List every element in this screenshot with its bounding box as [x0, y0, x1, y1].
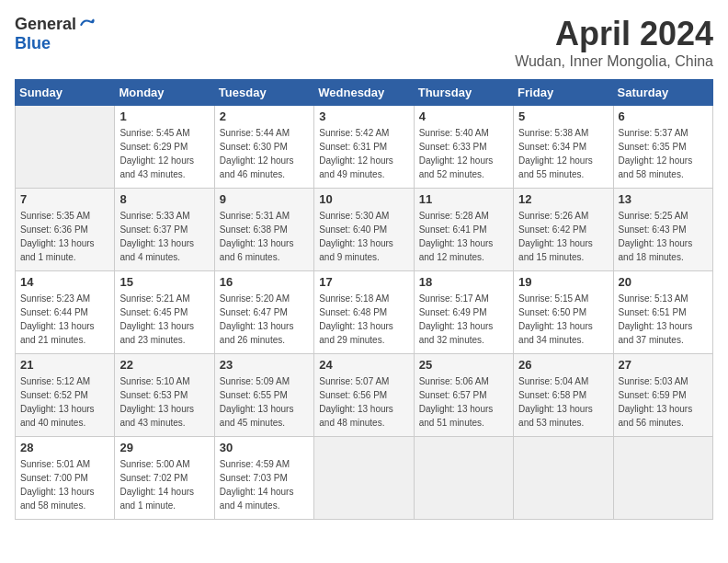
calendar-cell: 14Sunrise: 5:23 AM Sunset: 6:44 PM Dayli…	[16, 271, 115, 354]
day-info: Sunrise: 5:00 AM Sunset: 7:02 PM Dayligh…	[119, 457, 209, 512]
calendar-week-row: 14Sunrise: 5:23 AM Sunset: 6:44 PM Dayli…	[16, 271, 713, 354]
calendar-cell: 8Sunrise: 5:33 AM Sunset: 6:37 PM Daylig…	[115, 189, 214, 271]
calendar-cell: 23Sunrise: 5:09 AM Sunset: 6:55 PM Dayli…	[214, 354, 313, 437]
day-info: Sunrise: 5:18 AM Sunset: 6:48 PM Dayligh…	[319, 292, 408, 347]
day-number: 15	[119, 275, 209, 289]
day-number: 6	[619, 109, 708, 123]
calendar-cell: 7Sunrise: 5:35 AM Sunset: 6:36 PM Daylig…	[16, 189, 115, 271]
day-number: 28	[20, 441, 109, 454]
day-info: Sunrise: 5:09 AM Sunset: 6:55 PM Dayligh…	[220, 374, 309, 430]
day-number: 21	[20, 358, 109, 372]
day-number: 17	[319, 275, 408, 289]
day-number: 5	[518, 109, 608, 123]
calendar-cell: 26Sunrise: 5:04 AM Sunset: 6:58 PM Dayli…	[514, 354, 613, 437]
location-title: Wudan, Inner Mongolia, China	[515, 53, 713, 70]
day-number: 4	[419, 109, 508, 123]
day-number: 27	[619, 358, 708, 372]
day-number: 25	[419, 358, 508, 372]
calendar-cell: 22Sunrise: 5:10 AM Sunset: 6:53 PM Dayli…	[115, 354, 214, 437]
day-number: 19	[518, 275, 608, 289]
calendar-cell: 25Sunrise: 5:06 AM Sunset: 6:57 PM Dayli…	[414, 354, 513, 437]
column-header-monday: Monday	[115, 80, 214, 106]
column-header-friday: Friday	[514, 80, 613, 106]
title-area: April 2024 Wudan, Inner Mongolia, China	[515, 15, 713, 70]
day-info: Sunrise: 5:35 AM Sunset: 6:36 PM Dayligh…	[20, 209, 109, 264]
day-number: 8	[119, 192, 209, 206]
day-info: Sunrise: 5:30 AM Sunset: 6:40 PM Dayligh…	[319, 209, 408, 264]
calendar-cell: 18Sunrise: 5:17 AM Sunset: 6:49 PM Dayli…	[414, 271, 513, 354]
day-number: 9	[220, 192, 309, 206]
calendar-cell: 11Sunrise: 5:28 AM Sunset: 6:41 PM Dayli…	[414, 189, 513, 271]
calendar-cell: 16Sunrise: 5:20 AM Sunset: 6:47 PM Dayli…	[214, 271, 313, 354]
day-info: Sunrise: 5:17 AM Sunset: 6:49 PM Dayligh…	[419, 292, 508, 347]
day-info: Sunrise: 5:28 AM Sunset: 6:41 PM Dayligh…	[419, 209, 508, 264]
day-info: Sunrise: 5:31 AM Sunset: 6:38 PM Dayligh…	[220, 209, 309, 264]
day-number: 7	[20, 192, 109, 206]
calendar-cell: 5Sunrise: 5:38 AM Sunset: 6:34 PM Daylig…	[514, 106, 613, 189]
day-info: Sunrise: 5:23 AM Sunset: 6:44 PM Dayligh…	[20, 292, 109, 347]
calendar-cell: 24Sunrise: 5:07 AM Sunset: 6:56 PM Dayli…	[314, 354, 414, 437]
calendar-cell	[613, 437, 712, 520]
day-info: Sunrise: 5:01 AM Sunset: 7:00 PM Dayligh…	[20, 457, 109, 512]
day-number: 3	[319, 109, 408, 123]
day-info: Sunrise: 5:20 AM Sunset: 6:47 PM Dayligh…	[220, 292, 309, 347]
page-header: General Blue April 2024 Wudan, Inner Mon…	[15, 15, 713, 70]
logo-general-text: General	[15, 15, 76, 34]
day-info: Sunrise: 5:44 AM Sunset: 6:30 PM Dayligh…	[220, 126, 309, 181]
logo-blue-text: Blue	[15, 34, 51, 53]
calendar-week-row: 21Sunrise: 5:12 AM Sunset: 6:52 PM Dayli…	[16, 354, 713, 437]
day-number: 29	[119, 441, 209, 454]
day-number: 18	[419, 275, 508, 289]
day-number: 20	[619, 275, 708, 289]
day-info: Sunrise: 5:07 AM Sunset: 6:56 PM Dayligh…	[319, 374, 408, 430]
day-number: 12	[518, 192, 608, 206]
column-header-thursday: Thursday	[414, 80, 513, 106]
day-number: 13	[619, 192, 708, 206]
column-header-sunday: Sunday	[16, 80, 115, 106]
day-info: Sunrise: 5:26 AM Sunset: 6:42 PM Dayligh…	[518, 209, 608, 264]
day-number: 24	[319, 358, 408, 372]
calendar-cell: 12Sunrise: 5:26 AM Sunset: 6:42 PM Dayli…	[514, 189, 613, 271]
month-title: April 2024	[515, 15, 713, 53]
calendar-cell: 28Sunrise: 5:01 AM Sunset: 7:00 PM Dayli…	[16, 437, 115, 520]
calendar-cell: 21Sunrise: 5:12 AM Sunset: 6:52 PM Dayli…	[16, 354, 115, 437]
calendar-cell: 9Sunrise: 5:31 AM Sunset: 6:38 PM Daylig…	[214, 189, 313, 271]
day-info: Sunrise: 5:15 AM Sunset: 6:50 PM Dayligh…	[518, 292, 608, 347]
day-info: Sunrise: 5:12 AM Sunset: 6:52 PM Dayligh…	[20, 374, 109, 430]
day-info: Sunrise: 5:10 AM Sunset: 6:53 PM Dayligh…	[119, 374, 209, 430]
day-info: Sunrise: 5:04 AM Sunset: 6:58 PM Dayligh…	[518, 374, 608, 430]
column-header-wednesday: Wednesday	[314, 80, 414, 106]
day-info: Sunrise: 5:45 AM Sunset: 6:29 PM Dayligh…	[119, 126, 209, 181]
day-info: Sunrise: 5:42 AM Sunset: 6:31 PM Dayligh…	[319, 126, 408, 181]
calendar-cell: 4Sunrise: 5:40 AM Sunset: 6:33 PM Daylig…	[414, 106, 513, 189]
calendar-cell: 2Sunrise: 5:44 AM Sunset: 6:30 PM Daylig…	[214, 106, 313, 189]
day-info: Sunrise: 4:59 AM Sunset: 7:03 PM Dayligh…	[220, 457, 309, 512]
calendar-cell: 20Sunrise: 5:13 AM Sunset: 6:51 PM Dayli…	[613, 271, 712, 354]
day-info: Sunrise: 5:37 AM Sunset: 6:35 PM Dayligh…	[619, 126, 708, 181]
day-info: Sunrise: 5:33 AM Sunset: 6:37 PM Dayligh…	[119, 209, 209, 264]
day-number: 2	[220, 109, 309, 123]
day-info: Sunrise: 5:40 AM Sunset: 6:33 PM Dayligh…	[419, 126, 508, 181]
calendar-cell: 27Sunrise: 5:03 AM Sunset: 6:59 PM Dayli…	[613, 354, 712, 437]
calendar-cell: 17Sunrise: 5:18 AM Sunset: 6:48 PM Dayli…	[314, 271, 414, 354]
calendar-week-row: 28Sunrise: 5:01 AM Sunset: 7:00 PM Dayli…	[16, 437, 713, 520]
day-number: 11	[419, 192, 508, 206]
calendar-cell: 30Sunrise: 4:59 AM Sunset: 7:03 PM Dayli…	[214, 437, 313, 520]
day-number: 14	[20, 275, 109, 289]
calendar-week-row: 7Sunrise: 5:35 AM Sunset: 6:36 PM Daylig…	[16, 189, 713, 271]
day-info: Sunrise: 5:25 AM Sunset: 6:43 PM Dayligh…	[619, 209, 708, 264]
calendar-cell	[414, 437, 513, 520]
calendar-cell: 6Sunrise: 5:37 AM Sunset: 6:35 PM Daylig…	[613, 106, 712, 189]
calendar-cell: 13Sunrise: 5:25 AM Sunset: 6:43 PM Dayli…	[613, 189, 712, 271]
calendar-cell: 3Sunrise: 5:42 AM Sunset: 6:31 PM Daylig…	[314, 106, 414, 189]
calendar-cell	[314, 437, 414, 520]
day-info: Sunrise: 5:13 AM Sunset: 6:51 PM Dayligh…	[619, 292, 708, 347]
calendar-cell	[16, 106, 115, 189]
day-number: 16	[220, 275, 309, 289]
calendar-cell	[514, 437, 613, 520]
day-number: 1	[119, 109, 209, 123]
day-info: Sunrise: 5:21 AM Sunset: 6:45 PM Dayligh…	[119, 292, 209, 347]
calendar-table: SundayMondayTuesdayWednesdayThursdayFrid…	[15, 79, 713, 520]
day-number: 30	[220, 441, 309, 454]
calendar-cell: 19Sunrise: 5:15 AM Sunset: 6:50 PM Dayli…	[514, 271, 613, 354]
